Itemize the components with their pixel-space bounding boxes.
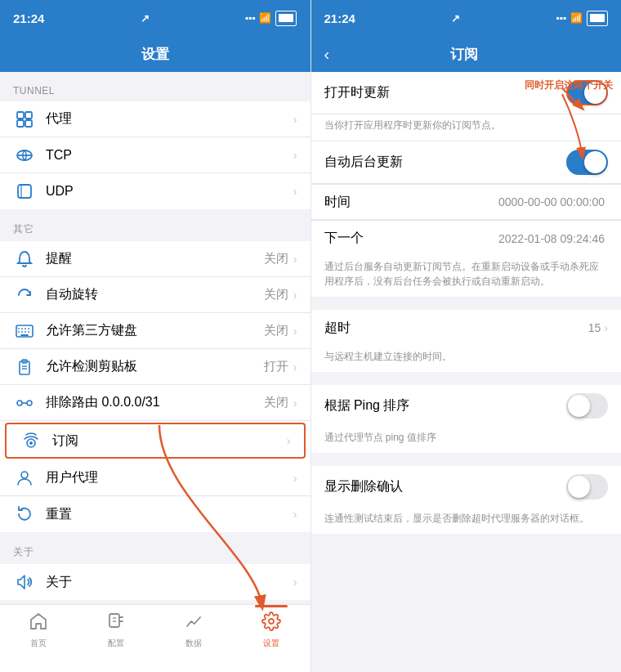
list-item-reset[interactable]: 重置 › [0,496,310,532]
proxy-label: 代理 [46,110,293,128]
subscription-label: 订阅 [52,432,287,450]
left-nav-bar: 设置 [0,36,310,72]
right-item-open-update: 打开时更新 [311,72,622,114]
udp-label: UDP [46,184,293,199]
open-update-subtext: 当你打开应用程序时更新你的订阅节点。 [311,114,622,141]
list-item-subscription[interactable]: 订阅 › [5,423,306,459]
ping-subtext: 通过代理节点 ping 值排序 [311,427,622,453]
right-nav-bar: ‹ 订阅 [311,36,622,72]
tunnel-group: 代理 › TCP › [0,101,310,209]
tab-data-label: 数据 [185,638,202,649]
reset-label: 重置 [46,506,293,523]
clipboard-chevron: › [293,361,297,374]
timeout-group: 超时 15 › [311,310,622,346]
list-item-clipboard[interactable]: 允许检测剪贴板 打开 › [0,349,310,385]
tab-settings[interactable]: 设置 [233,612,310,649]
right-panel: 21:24 ↗ ▪▪▪ 📶 ‹ 订阅 打开时更新 当你打开应用程序时更新你的订阅… [311,0,622,672]
list-item-tcp[interactable]: TCP › [0,137,310,173]
open-update-label: 打开时更新 [324,84,567,101]
right-status-bar: 21:24 ↗ ▪▪▪ 📶 [311,0,622,36]
tab-settings-label: 设置 [263,638,279,649]
next-label: 下一个 [324,230,499,247]
timeout-label: 超时 [324,320,588,337]
right-wifi-icon: 📶 [570,12,583,24]
tab-config-label: 配置 [108,638,124,649]
userproxy-label: 用户代理 [46,469,293,486]
open-update-toggle[interactable] [566,80,608,105]
svg-point-22 [17,401,22,405]
timeout-value: 15 [588,321,601,334]
list-item-udp[interactable]: UDP › [0,173,310,209]
right-item-next: 下一个 2022-01-08 09:24:46 [311,220,622,256]
svg-point-23 [27,401,32,405]
right-location-icon: ↗ [451,12,460,25]
auto-bg-label: 自动后台更新 [324,154,567,171]
delete-subtext: 连通性测试结束后，显示是否删除超时代理服务器的对话框。 [311,508,622,534]
back-button[interactable]: ‹ [324,45,330,64]
autorotate-icon [13,284,36,307]
other-group: 提醒 关闭 › 自动旋转 关闭 › [0,241,310,532]
udp-chevron: › [293,185,297,198]
left-nav-title: 设置 [141,45,169,64]
autorotate-value: 关闭 [264,287,288,302]
auto-bg-toggle[interactable] [566,150,608,175]
ping-toggle[interactable] [566,393,608,419]
left-status-bar: 21:24 ↗ ▪▪▪ 📶 [0,0,310,36]
remind-label: 提醒 [46,250,264,267]
keyboard-chevron: › [293,325,297,338]
clipboard-icon [13,356,36,379]
left-content: TUNNEL 代理 › [0,72,310,604]
right-list-group: 打开时更新 当你打开应用程序时更新你的订阅节点。 自动后台更新 时间 0000-… [311,72,622,256]
clipboard-label: 允许检测剪贴板 [46,358,264,375]
right-item-timeout[interactable]: 超时 15 › [311,310,622,346]
remind-icon [13,248,36,271]
subscription-icon [20,429,42,452]
route-value: 关闭 [264,395,288,410]
about-icon [13,571,36,594]
auto-bg-thumb [584,151,606,173]
time-value: 0000-00-00 00:00:00 [498,195,605,208]
tcp-icon [13,144,36,167]
list-item-about[interactable]: 关于 › [0,564,310,600]
left-panel: 21:24 ↗ ▪▪▪ 📶 设置 TUNNEL [0,0,310,672]
about-label: 关于 [46,574,293,591]
time-label: 时间 [324,194,499,211]
open-update-thumb [584,82,606,104]
remind-value: 关闭 [264,251,288,267]
battery-icon [275,11,297,26]
tab-data[interactable]: 数据 [155,612,233,649]
list-item-remind[interactable]: 提醒 关闭 › [0,241,310,277]
tab-home[interactable]: 首页 [0,612,78,649]
bg-subtext: 通过后台服务自动更新订阅节点。在重新启动设备或手动杀死应用程序后，没有后台任务会… [311,256,622,297]
list-item-proxy[interactable]: 代理 › [0,101,310,137]
list-item-autorotate[interactable]: 自动旋转 关闭 › [0,277,310,313]
autorotate-chevron: › [293,289,297,302]
right-item-delete: 显示删除确认 [311,466,622,508]
delete-group: 显示删除确认 [311,466,622,508]
right-item-ping: 根据 Ping 排序 [311,385,622,427]
route-icon [13,392,36,414]
svg-rect-0 [17,112,24,119]
ping-group: 根据 Ping 排序 [311,385,622,427]
userproxy-icon [13,467,36,490]
remind-chevron: › [293,253,297,266]
list-item-userproxy[interactable]: 用户代理 › [0,460,310,496]
list-item-route[interactable]: 排除路由 0.0.0.0/31 关闭 › [0,385,310,421]
settings-icon [261,612,281,636]
tcp-label: TCP [46,148,293,163]
ping-label: 根据 Ping 排序 [324,397,567,414]
list-item-keyboard[interactable]: 允许第三方键盘 关闭 › [0,313,310,349]
section-label-other: 其它 [0,209,310,241]
delete-toggle[interactable] [566,474,608,500]
left-location-icon: ↗ [141,12,150,25]
svg-rect-6 [18,185,31,198]
proxy-chevron: › [293,113,297,126]
config-icon [106,612,126,636]
signal-icon: ▪▪▪ [245,12,256,24]
home-icon [29,612,48,636]
ping-thumb [568,395,590,417]
right-status-icons: ▪▪▪ 📶 [556,11,608,26]
reset-chevron: › [293,508,297,521]
route-chevron: › [293,396,297,410]
tab-config[interactable]: 配置 [78,612,155,649]
